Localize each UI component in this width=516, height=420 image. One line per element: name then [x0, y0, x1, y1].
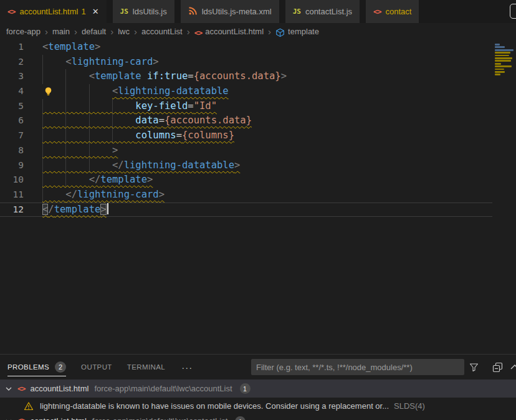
breadcrumb-separator: › — [187, 27, 190, 36]
code-token: > — [112, 145, 118, 156]
breadcrumb-item-accountList[interactable]: accountList — [141, 27, 183, 36]
panel-tabs: PROBLEMS2OUTPUTTERMINAL — [0, 355, 165, 379]
code-token: > — [153, 56, 158, 67]
code-token: = — [159, 115, 165, 126]
tab-ldsutils-js[interactable]: JSldsUtils.js — [113, 0, 174, 23]
line-number: 8 — [0, 143, 24, 158]
panel-tab-label: OUTPUT — [81, 363, 112, 371]
code-line-4[interactable]: 4 <lightning-datatable — [0, 84, 492, 99]
code-line-12[interactable]: 12</template> — [0, 203, 492, 217]
code-line-5[interactable]: 5 key-field="Id" — [0, 99, 492, 114]
bottom-panel: PROBLEMS2OUTPUTTERMINAL ··· <>accountLis… — [0, 354, 516, 420]
panel-tab-output[interactable]: OUTPUT — [81, 355, 112, 379]
breadcrumb-item-default[interactable]: default — [82, 27, 106, 36]
code-token: < — [112, 85, 118, 97]
problems-file-row-partial[interactable]: <>contactList.htmlforce-app\main\default… — [0, 414, 516, 420]
code-token: > — [159, 189, 165, 200]
line-number: 10 — [0, 173, 24, 188]
panel-tab-badge: 2 — [55, 361, 66, 373]
code-token: lightning-card — [77, 189, 159, 200]
code-line-9[interactable]: 9 </lightning-datatable> — [0, 158, 492, 173]
code-line-content: columns={columns} — [42, 128, 234, 143]
code-token: key-field — [135, 100, 188, 112]
code-line-2[interactable]: 2 <lightning-card> — [0, 55, 492, 70]
html-file-icon: <> — [17, 416, 25, 420]
code-token — [42, 160, 112, 171]
line-number: 9 — [0, 158, 24, 173]
code-token: "Id" — [194, 100, 217, 112]
problem-warning-row[interactable]: lightning-datatable is known to have iss… — [0, 398, 516, 414]
code-line-1[interactable]: 1<template> — [0, 40, 492, 55]
line-number: 4 — [0, 84, 24, 99]
code-token — [42, 115, 135, 126]
tab-contact[interactable]: <>contact — [366, 0, 419, 23]
code-token — [42, 56, 65, 67]
code-line-3[interactable]: 3 <template if:true={accounts.data}> — [0, 69, 492, 84]
line-number: 6 — [0, 113, 24, 128]
code-token: lightning-datatable — [118, 85, 228, 97]
breadcrumb-item-main[interactable]: main — [52, 27, 70, 36]
collapse-all-icon[interactable] — [492, 362, 503, 373]
code-line-7[interactable]: 7 columns={columns} — [0, 128, 492, 143]
breadcrumb-separator: › — [74, 27, 77, 36]
code-token: lightning-card — [72, 56, 153, 67]
problems-filter-input[interactable] — [251, 359, 464, 375]
code-token: lightning-datatable — [124, 160, 234, 171]
close-icon[interactable]: ✕ — [92, 7, 99, 16]
code-token — [42, 130, 135, 141]
breadcrumb-item-symbol[interactable]: template — [288, 27, 319, 36]
panel-tab-terminal[interactable]: TERMINAL — [127, 355, 165, 379]
minimap-line — [495, 63, 501, 65]
tab-contactlist-js[interactable]: JScontactList.js — [285, 0, 360, 23]
line-number: 2 — [0, 55, 24, 70]
tab-problem-count: 1 — [81, 7, 85, 16]
panel-more-actions[interactable]: ··· — [181, 362, 193, 373]
filter-funnel-icon[interactable] — [469, 363, 479, 372]
code-token: if:true — [147, 70, 188, 82]
code-line-6[interactable]: 6 data={accounts.data} — [0, 113, 492, 128]
code-token: < — [42, 41, 48, 52]
line-number: 5 — [0, 99, 24, 114]
symbol-cube-icon — [275, 28, 285, 37]
clipped-tab-button[interactable] — [510, 4, 516, 19]
breadcrumb-item-file[interactable]: accountList.html — [205, 27, 264, 36]
code-editor[interactable]: 1<template>2 <lightning-card>3 <template… — [0, 40, 516, 354]
panel-tab-problems[interactable]: PROBLEMS2 — [7, 355, 66, 379]
minimap-line — [495, 55, 509, 57]
code-line-8[interactable]: 8 > — [0, 143, 492, 158]
breadcrumb: force-app›main›default›lwc›accountList›<… — [0, 23, 516, 40]
code-token: = — [188, 100, 193, 112]
code-token: > — [234, 160, 240, 171]
code-line-10[interactable]: 10 </template> — [0, 173, 492, 188]
minimap-line — [495, 46, 505, 48]
tab-label: ldsUtils.js-meta.xml — [202, 7, 272, 16]
breadcrumb-item-lwc[interactable]: lwc — [118, 27, 130, 36]
minimap[interactable] — [494, 41, 516, 116]
code-token: </ — [65, 189, 77, 200]
code-line-content: key-field="Id" — [42, 99, 217, 114]
code-line-11[interactable]: 11 </lightning-card> — [0, 188, 492, 203]
breadcrumb-item-force-app[interactable]: force-app — [6, 27, 41, 36]
code-token — [141, 70, 147, 82]
problems-file-row[interactable]: <>accountList.htmlforce-app\main\default… — [0, 379, 516, 398]
problem-file-name: accountList.html — [30, 384, 88, 393]
problem-count-badge: 1 — [240, 383, 251, 394]
panel-chevron-up-icon[interactable] — [510, 362, 516, 375]
tab-ldsutils-js-meta-xml[interactable]: ldsUtils.js-meta.xml — [181, 0, 279, 23]
minimap-line — [495, 52, 510, 54]
code-line-content: </template> — [42, 173, 153, 188]
html-file-icon: <> — [194, 29, 202, 37]
code-token: data — [135, 115, 158, 126]
panel-header: PROBLEMS2OUTPUTTERMINAL ··· — [0, 355, 516, 379]
code-token — [42, 189, 65, 200]
code-token — [42, 85, 112, 97]
tab-label: ldsUtils.js — [133, 7, 167, 16]
code-token — [42, 174, 89, 185]
code-token — [42, 100, 135, 112]
code-line-content: <template if:true={accounts.data}> — [42, 69, 287, 84]
tab-accountlist-html[interactable]: <>accountList.html1✕ — [0, 0, 107, 23]
html-file-icon: <> — [7, 7, 15, 16]
code-token: template — [100, 174, 147, 185]
code-token: </ — [89, 174, 101, 185]
code-token: / — [48, 204, 54, 215]
